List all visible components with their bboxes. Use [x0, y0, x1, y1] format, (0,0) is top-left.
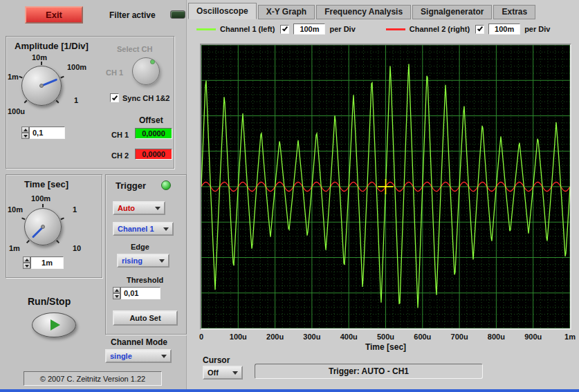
- window-bottom-border: [0, 389, 579, 392]
- offset-ch1-label: CH 1: [111, 131, 129, 139]
- select-ch-label: Select CH: [117, 45, 152, 53]
- trigger-source-dropdown[interactable]: Channel 1: [113, 222, 174, 236]
- oscilloscope-plot[interactable]: [200, 44, 571, 330]
- channel2-legend-label: Channel 2 (right): [410, 25, 470, 33]
- channel2-enable-checkbox[interactable]: [475, 25, 484, 34]
- amplitude-scale-100m: 100m: [67, 63, 86, 71]
- trigger-group: Trigger Auto Channel 1 Edge rising Thres…: [105, 174, 187, 335]
- x-tick-label: 200u: [266, 333, 284, 341]
- chevron-down-icon: [161, 355, 167, 358]
- amplitude-value-field[interactable]: 0,1: [29, 127, 65, 139]
- run-stop-label: Run/Stop: [28, 296, 71, 307]
- cursor-label: Cursor: [203, 355, 230, 365]
- time-decrement-button[interactable]: [23, 263, 30, 269]
- x-tick-label: 800u: [488, 333, 505, 341]
- filter-led-indicator: [170, 10, 185, 19]
- trigger-led-indicator: [161, 180, 171, 190]
- time-group: Time [sec] 100m 10m 1 1m 10 1m: [6, 174, 102, 278]
- trigger-mode-dropdown[interactable]: Auto: [113, 201, 165, 215]
- filter-active-label: Filter active: [109, 10, 156, 20]
- chevron-down-icon: [155, 207, 160, 210]
- sync-ch-label: Sync CH 1&2: [122, 94, 169, 102]
- copyright-box: © 2007 C. Zeitnitz Version 1.22: [24, 371, 162, 386]
- amplitude-scale-10m: 10m: [32, 53, 47, 62]
- channel1-color-swatch: [196, 28, 216, 30]
- time-title: Time [sec]: [24, 179, 68, 189]
- trigger-edge-dropdown[interactable]: rising: [117, 254, 169, 268]
- channel1-enable-checkbox[interactable]: [280, 25, 289, 34]
- amplitude-decrement-button[interactable]: [21, 133, 29, 139]
- amplitude-scale-100u: 100u: [8, 107, 25, 115]
- offset-ch2-field[interactable]: 0,0000: [135, 149, 172, 160]
- time-scale-10: 10: [73, 244, 81, 252]
- x-tick-label: 700u: [451, 333, 468, 341]
- offset-title: Offset: [139, 115, 163, 125]
- time-spinner: 1m: [23, 256, 64, 269]
- trigger-threshold-label: Threshold: [127, 276, 163, 284]
- chevron-down-icon: [159, 259, 165, 263]
- amplitude-title: Amplitude [1/Div]: [15, 41, 89, 51]
- select-ch-indicator-dot: [150, 59, 155, 64]
- channel2-per-div-label: per Div: [524, 25, 550, 33]
- time-scale-1m: 1m: [9, 244, 20, 252]
- x-tick-label: 600u: [414, 333, 431, 341]
- exit-button[interactable]: Exit: [25, 6, 83, 24]
- time-scale-1: 1: [73, 205, 77, 214]
- amplitude-increment-button[interactable]: [21, 127, 29, 133]
- tab-frequency-analysis[interactable]: Frequency Analysis: [316, 5, 411, 19]
- channel1-scale-field[interactable]: 100m: [293, 24, 325, 35]
- amplitude-group: Amplitude [1/Div] 10m 100m 1 1m 100u 0,1…: [6, 36, 174, 169]
- trigger-title: Trigger: [116, 180, 146, 191]
- channel2-scale-field[interactable]: 100m: [488, 24, 520, 35]
- amplitude-knob[interactable]: [21, 66, 62, 106]
- channel2-color-swatch: [386, 28, 405, 30]
- play-icon: [50, 319, 60, 330]
- trigger-status-bar: Trigger: AUTO - CH1: [255, 364, 483, 379]
- x-tick-label: 400u: [340, 333, 358, 341]
- tab-bar: Oscilloscope X-Y Graph Frequency Analysi…: [188, 3, 537, 19]
- tab-signalgenerator[interactable]: Signalgenerator: [412, 5, 492, 19]
- offset-ch2-label: CH 2: [111, 151, 129, 160]
- x-tick-label: 0: [199, 333, 203, 341]
- channel1-per-div-label: per Div: [329, 25, 355, 33]
- chevron-down-icon: [232, 371, 238, 375]
- x-tick-label: 1m: [564, 333, 576, 341]
- time-knob[interactable]: [24, 208, 62, 245]
- cursor-dropdown[interactable]: Off: [203, 366, 243, 380]
- waveform-display: [201, 45, 570, 328]
- auto-set-button[interactable]: Auto Set: [113, 310, 178, 326]
- trigger-edge-label: Edge: [131, 243, 149, 251]
- time-increment-button[interactable]: [23, 256, 30, 263]
- trigger-threshold-spinner: 0,01: [113, 287, 160, 299]
- x-tick-label: 300u: [303, 333, 320, 341]
- run-stop-button[interactable]: [32, 312, 76, 337]
- channel-legend: Channel 1 (left) 100m per Div Channel 2 …: [196, 23, 550, 35]
- x-axis-label: Time [sec]: [201, 342, 570, 352]
- tab-xy-graph[interactable]: X-Y Graph: [258, 5, 315, 19]
- select-ch-knob: [132, 57, 160, 85]
- threshold-increment-button[interactable]: [113, 287, 120, 293]
- select-ch-value-label: CH 1: [106, 68, 123, 77]
- tab-extras[interactable]: Extras: [493, 5, 535, 19]
- time-scale-10m: 10m: [8, 205, 23, 214]
- x-tick-label: 500u: [377, 333, 394, 341]
- x-tick-label: 100u: [230, 333, 247, 341]
- time-scale-100m: 100m: [31, 194, 50, 203]
- threshold-decrement-button[interactable]: [113, 293, 120, 299]
- amplitude-scale-1m: 1m: [8, 73, 19, 81]
- amplitude-scale-1: 1: [74, 96, 78, 104]
- trigger-threshold-field[interactable]: 0,01: [120, 287, 160, 299]
- control-panel: Exit Filter active Amplitude [1/Div] 10m…: [0, 0, 187, 392]
- tab-oscilloscope[interactable]: Oscilloscope: [188, 3, 257, 19]
- amplitude-spinner: 0,1: [21, 127, 65, 139]
- offset-ch1-field[interactable]: 0,0000: [135, 128, 172, 139]
- channel1-legend-label: Channel 1 (left): [220, 25, 275, 33]
- x-tick-label: 900u: [524, 333, 542, 341]
- oscilloscope-app-window: Exit Filter active Amplitude [1/Div] 10m…: [0, 0, 579, 392]
- chevron-down-icon: [163, 227, 169, 231]
- sync-ch-checkbox[interactable]: [110, 93, 119, 102]
- channel-mode-label: Channel Mode: [111, 337, 167, 347]
- channel-mode-dropdown[interactable]: single: [105, 349, 172, 363]
- x-axis-ticks: 0100u200u300u400u500u600u700u800u900u1m: [201, 333, 570, 342]
- time-value-field[interactable]: 1m: [30, 256, 64, 269]
